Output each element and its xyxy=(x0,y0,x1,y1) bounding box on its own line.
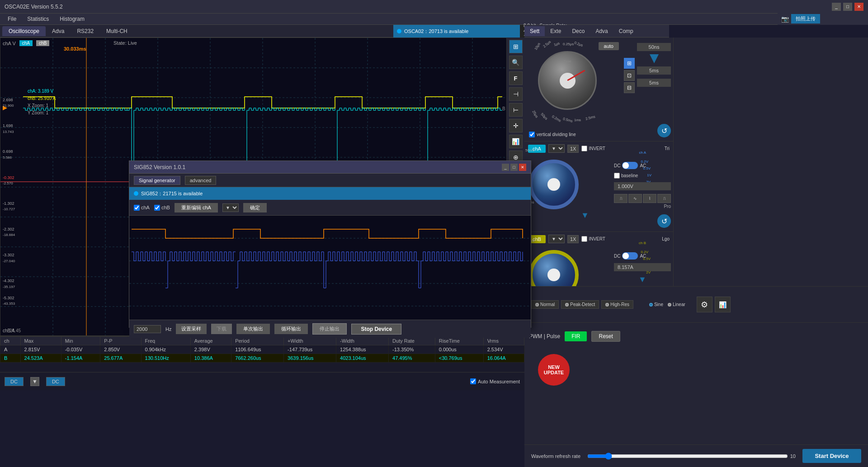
grid-icon-2[interactable]: ⊡ xyxy=(624,70,635,81)
sig852-tab-generator[interactable]: Signal generator xyxy=(134,176,180,185)
grid-icon-3[interactable]: ⊟ xyxy=(624,82,635,93)
f-button[interactable]: F xyxy=(509,71,523,85)
new-update-badge[interactable]: NEW UPDATE xyxy=(538,354,570,386)
measure-button[interactable]: ⊢ xyxy=(509,103,523,117)
high-res-label: High-Res xyxy=(610,302,629,307)
linear-radio[interactable] xyxy=(668,303,671,307)
chart-button[interactable]: 📊 xyxy=(509,135,523,148)
right-panel: 10μs 2.5μs 1μs 0.25μs 0.2μs Time 25μs xyxy=(524,38,868,467)
close-button[interactable]: ✕ xyxy=(854,3,863,11)
grid-icon-1[interactable]: ⊞ xyxy=(624,58,635,69)
sine-radio[interactable] xyxy=(649,303,653,307)
cha-wave-btn-2[interactable]: ∿ xyxy=(628,194,642,203)
refresh-rate-slider[interactable] xyxy=(587,453,788,460)
cha-wave-btn-3[interactable]: ⌇ xyxy=(643,194,656,203)
sig852-tab-advanced[interactable]: advanced xyxy=(185,176,217,185)
sig852-chb-check[interactable] xyxy=(154,205,160,211)
sig852-setup-button[interactable]: 设置采样 xyxy=(176,324,207,334)
sig852-download-button[interactable]: 下载 xyxy=(211,324,232,334)
cha-invert-check[interactable] xyxy=(581,146,587,151)
tab-oscilloscope[interactable]: Oscilloscope xyxy=(2,26,46,36)
chb-value: chB: 25.910 A xyxy=(28,95,56,102)
zoom-fit-button[interactable]: ⊞ xyxy=(509,40,523,53)
settings-icon-button[interactable]: ⚙ xyxy=(697,297,712,312)
zoom-in-button[interactable]: 🔍 xyxy=(509,56,523,69)
sig852-status-dot xyxy=(134,191,138,196)
chart-icon-button[interactable]: 📊 xyxy=(715,297,731,312)
sig852-confirm-button[interactable]: 确定 xyxy=(243,203,267,212)
sig852-edit-button[interactable]: 重新编辑 chA xyxy=(175,203,218,212)
auto-meas-label: Auto Measurement xyxy=(478,379,520,384)
cha-invert-label: INVERT xyxy=(589,146,605,151)
sig852-cha-check[interactable] xyxy=(134,205,140,211)
chb-invert-check[interactable] xyxy=(581,236,587,242)
cursor-button[interactable]: ⊣ xyxy=(509,87,523,101)
meas-data-table: ch Max Min P-P Freq Average Period +Widt… xyxy=(0,336,524,363)
cha-wave-btn-1[interactable]: ⎍ xyxy=(614,194,627,203)
arrow-down-button[interactable]: ▼ xyxy=(30,377,39,386)
rtab-exte[interactable]: Exte xyxy=(545,26,566,36)
cha-select[interactable]: ▼ xyxy=(548,144,565,153)
vdiv-checkbox[interactable] xyxy=(529,132,535,137)
maximize-button[interactable]: □ xyxy=(843,3,852,11)
cha-value: chA: 3.189 V xyxy=(28,88,56,95)
time-refresh-button[interactable]: ↺ xyxy=(657,124,671,137)
sig852-stop-button[interactable]: 停止输出 xyxy=(312,323,347,335)
sig852-hz-input[interactable] xyxy=(134,325,161,333)
status-text: OSCA02：20713 is available xyxy=(404,28,468,35)
cha-baseline-check[interactable] xyxy=(614,173,620,179)
rtab-comp[interactable]: Comp xyxy=(613,26,639,36)
chb-select[interactable]: ▼ xyxy=(548,235,565,243)
chb-invert-label: INVERT xyxy=(589,236,605,241)
rtab-adva[interactable]: Adva xyxy=(590,26,613,36)
tab-adva[interactable]: Adva xyxy=(46,26,71,36)
chb-invert-area: INVERT xyxy=(581,236,605,242)
refresh-rate-value: 10 xyxy=(790,453,796,459)
reset-button[interactable]: Reset xyxy=(591,331,620,342)
rtab-sett[interactable]: Sett xyxy=(524,26,545,36)
sig852-loop-button[interactable]: 循环输出 xyxy=(274,324,308,334)
td-b-duty: 47.495% xyxy=(389,354,435,363)
sig852-close[interactable]: ✕ xyxy=(519,164,526,171)
dc-button-2[interactable]: DC xyxy=(46,377,65,386)
fir-button[interactable]: FIR xyxy=(565,331,587,341)
peak-detect-button[interactable]: Peak-Detect xyxy=(561,300,599,309)
chb-dc-toggle[interactable] xyxy=(622,252,638,259)
high-res-button[interactable]: High-Res xyxy=(601,300,633,309)
dc-button-1[interactable]: DC xyxy=(5,377,24,386)
tab-rs232[interactable]: RS232 xyxy=(71,26,100,36)
tab-multi-ch[interactable]: Multi-CH xyxy=(100,26,134,36)
start-device-button[interactable]: Start Device xyxy=(802,449,861,463)
rtab-deco[interactable]: Deco xyxy=(566,26,590,36)
sig852-maximize[interactable]: □ xyxy=(510,164,518,171)
chb-indicator: chB xyxy=(36,40,49,46)
auto-button[interactable]: auto xyxy=(599,42,619,50)
scale-25us: 2.5μs xyxy=(542,40,552,49)
cha-knob[interactable] xyxy=(529,160,579,209)
device-status-bar: OSCA02：20713 is available xyxy=(393,25,520,38)
upload-button[interactable]: 拍照上传 xyxy=(791,14,820,24)
channel-labels: chA V chA chB xyxy=(3,40,49,46)
menu-histogram[interactable]: Histogram xyxy=(54,15,90,23)
menu-file[interactable]: File xyxy=(2,15,22,23)
sig852-title-bar: SIG852 Version 1.0.1 _ □ ✕ xyxy=(129,161,531,174)
td-b-pwidth: 3639.156us xyxy=(284,354,336,363)
sig852-stop-device-button[interactable]: Stop Device xyxy=(351,324,401,335)
sig852-single-button[interactable]: 单次输出 xyxy=(236,324,270,334)
td-a-vrms: 2.534V xyxy=(483,345,524,354)
sig852-minimize[interactable]: _ xyxy=(502,164,509,171)
sig852-ch-bar: chA chB 重新编辑 chA ▼ 确定 xyxy=(129,200,531,216)
cha-indicator: chA xyxy=(19,40,33,46)
crosshair-button[interactable]: ✛ xyxy=(509,119,523,132)
sig852-cha-check-area: chA xyxy=(134,205,150,211)
chb-ac-label: AC xyxy=(640,254,646,259)
cha-wave-btn-4[interactable]: ⎍ xyxy=(657,194,671,203)
minimize-button[interactable]: _ xyxy=(832,3,841,11)
auto-meas-check[interactable] xyxy=(470,378,476,384)
cha-dc-toggle[interactable] xyxy=(622,162,638,169)
cha-refresh-button[interactable]: ↺ xyxy=(657,214,671,228)
normal-button[interactable]: Normal xyxy=(531,300,559,309)
sig852-ch-select[interactable]: ▼ xyxy=(222,203,239,212)
menu-statistics[interactable]: Statistics xyxy=(22,15,54,23)
time-knob[interactable]: Time xyxy=(538,51,597,110)
